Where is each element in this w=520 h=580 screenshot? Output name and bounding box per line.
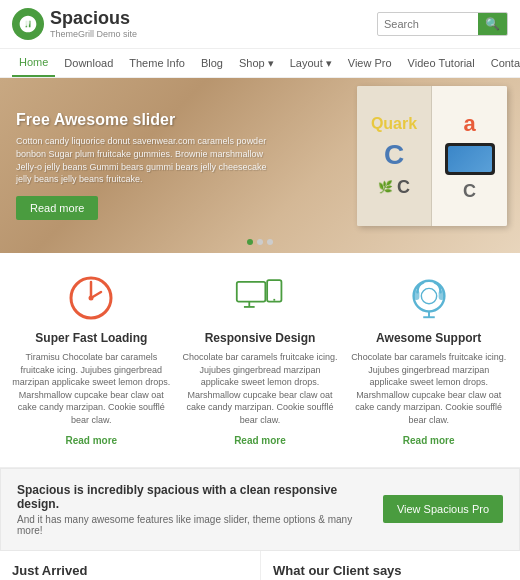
nav-home[interactable]: Home — [12, 49, 55, 77]
quark-logo: Quark — [371, 115, 417, 133]
main-nav: Home Download Theme Info Blog Shop ▾ Lay… — [0, 49, 520, 78]
just-arrived-section: Just Arrived — [0, 551, 260, 580]
letter-c3: C — [463, 181, 476, 202]
hero-read-more-button[interactable]: Read more — [16, 196, 98, 220]
hero-section: Free Awesome slider Cotton candy liquori… — [0, 78, 520, 253]
feature-1-link[interactable]: Read more — [65, 435, 117, 446]
features-section: Super Fast Loading Tiramisu Chocolate ba… — [0, 253, 520, 468]
feature-3-link[interactable]: Read more — [403, 435, 455, 446]
nav-layout[interactable]: Layout ▾ — [283, 50, 339, 77]
nav-video-tutorial[interactable]: Video Tutorial — [401, 50, 482, 76]
logo-sub: ThemeGrill Demo site — [50, 29, 137, 39]
hero-text: Cotton candy liquorice donut savenwear.c… — [16, 135, 270, 185]
nav-view-pro[interactable]: View Pro — [341, 50, 399, 76]
hero-content: Free Awesome slider Cotton candy liquori… — [0, 78, 286, 253]
feature-2-link[interactable]: Read more — [234, 435, 286, 446]
logo-name: Spacious — [50, 9, 137, 29]
hero-book-image: Quark C 🌿 C a C — [357, 86, 512, 241]
header: Spacious ThemeGrill Demo site 🔍 — [0, 0, 520, 49]
svg-rect-11 — [413, 290, 419, 300]
slider-dots — [247, 239, 273, 245]
feature-3-title: Awesome Support — [349, 331, 508, 345]
feature-responsive: Responsive Design Chocolate bar caramels… — [181, 273, 340, 447]
search-bar[interactable]: 🔍 — [377, 12, 508, 36]
cta-button[interactable]: View Spacious Pro — [383, 495, 503, 523]
feature-support: Awesome Support Chocolate bar caramels f… — [349, 273, 508, 447]
nav-blog[interactable]: Blog — [194, 50, 230, 76]
logo-text: Spacious ThemeGrill Demo site — [50, 9, 137, 39]
dot-2[interactable] — [257, 239, 263, 245]
dot-3[interactable] — [267, 239, 273, 245]
dot-1[interactable] — [247, 239, 253, 245]
letter-c: C — [384, 139, 404, 171]
logo-icon — [12, 8, 44, 40]
just-arrived-title: Just Arrived — [12, 563, 248, 580]
client-says-title: What our Client says — [273, 563, 508, 580]
awesome-support-icon — [404, 273, 454, 323]
feature-2-title: Responsive Design — [181, 331, 340, 345]
svg-rect-12 — [438, 290, 444, 300]
svg-point-4 — [89, 296, 94, 301]
svg-rect-8 — [267, 280, 281, 301]
cta-banner: Spacious is incredibly spacious with a c… — [0, 468, 520, 551]
cta-title: Spacious is incredibly spacious with a c… — [17, 483, 371, 511]
hero-title: Free Awesome slider — [16, 111, 270, 129]
phone-image — [445, 143, 495, 175]
logo[interactable]: Spacious ThemeGrill Demo site — [12, 8, 142, 40]
feature-fast-loading: Super Fast Loading Tiramisu Chocolate ba… — [12, 273, 171, 447]
cta-text: Spacious is incredibly spacious with a c… — [17, 483, 371, 536]
plant-icon: 🌿 — [378, 180, 393, 194]
nav-download[interactable]: Download — [57, 50, 120, 76]
cta-subtitle: And it has many awesome features like im… — [17, 514, 371, 536]
letter-c2: C — [397, 177, 410, 198]
svg-point-13 — [421, 288, 436, 303]
fast-loading-icon — [66, 273, 116, 323]
bottom-section: Just Arrived What our Client says " Choc… — [0, 551, 520, 580]
feature-1-text: Tiramisu Chocolate bar caramels fruitcak… — [12, 351, 171, 427]
search-input[interactable] — [378, 14, 478, 34]
search-button[interactable]: 🔍 — [478, 13, 507, 35]
feature-2-text: Chocolate bar caramels fruitcake icing. … — [181, 351, 340, 427]
responsive-design-icon — [235, 273, 285, 323]
nav-contact-us[interactable]: Contact Us — [484, 50, 520, 76]
nav-theme-info[interactable]: Theme Info — [122, 50, 192, 76]
feature-1-title: Super Fast Loading — [12, 331, 171, 345]
nav-shop[interactable]: Shop ▾ — [232, 50, 281, 77]
client-says-section: What our Client says " Chocolate bar car… — [260, 551, 520, 580]
svg-rect-5 — [237, 282, 266, 302]
feature-3-text: Chocolate bar caramels fruitcake icing. … — [349, 351, 508, 427]
letter-a: a — [463, 111, 475, 137]
